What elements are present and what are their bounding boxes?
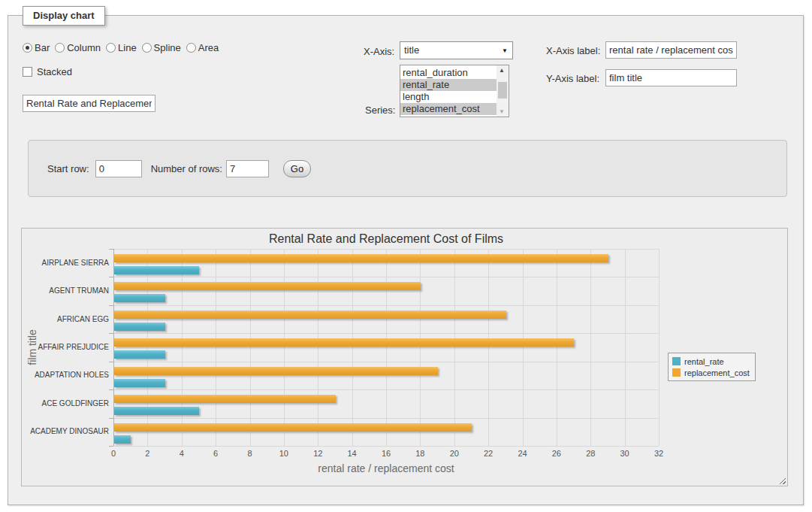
x-tick-label: 0 xyxy=(98,449,128,458)
bar-rental-rate xyxy=(114,266,199,274)
chart-title-input[interactable] xyxy=(23,95,155,112)
legend-item-rental_rate[interactable]: rental_rate xyxy=(672,356,750,367)
bar-replacement-cost xyxy=(114,423,472,432)
x-tick-label: 10 xyxy=(269,449,299,458)
series-label: Series: xyxy=(365,105,395,116)
category-label: ACE GOLDFINGER xyxy=(25,399,109,407)
row-range-bar: Start row: Number of rows: Go xyxy=(28,140,787,197)
start-row-input[interactable] xyxy=(95,160,142,177)
x-tick-label: 22 xyxy=(473,449,503,458)
chart-type-option-line[interactable]: Line xyxy=(106,42,137,53)
chart-container: Rental Rate and Replacement Cost of Film… xyxy=(21,228,788,486)
legend-item-replacement_cost[interactable]: replacement_cost xyxy=(672,367,750,378)
x-axis-select[interactable]: title ▼ xyxy=(400,41,513,59)
radio-area[interactable] xyxy=(186,43,196,53)
radio-column[interactable] xyxy=(55,43,65,53)
x-tick-label: 4 xyxy=(167,449,197,458)
radio-label: Bar xyxy=(35,42,50,53)
bar-replacement-cost xyxy=(114,367,438,375)
bar-rental-rate xyxy=(114,435,131,444)
legend-label: rental_rate xyxy=(684,357,724,366)
bar-replacement-cost xyxy=(114,338,574,347)
x-tick-label: 14 xyxy=(337,449,367,458)
chart-type-option-area[interactable]: Area xyxy=(186,42,219,53)
start-row-label: Start row: xyxy=(47,163,89,174)
stacked-label: Stacked xyxy=(37,66,72,77)
series-listbox[interactable]: rental_durationrental_ratelengthreplacem… xyxy=(400,65,509,117)
scrollbar[interactable]: ▲ ▼ xyxy=(497,65,509,117)
x-tick-label: 8 xyxy=(235,449,265,458)
bar-replacement-cost xyxy=(114,282,421,290)
chevron-down-icon: ▼ xyxy=(502,47,508,54)
bar-rental-rate xyxy=(114,323,165,331)
chart-type-option-column[interactable]: Column xyxy=(55,42,101,53)
x-tick-label: 20 xyxy=(439,449,469,458)
y-axis-label-caption: Y-Axis label: xyxy=(546,73,599,84)
radio-label: Line xyxy=(118,42,137,53)
series-options: rental_durationrental_ratelengthreplacem… xyxy=(400,65,497,117)
x-tick-label: 18 xyxy=(405,449,435,458)
radio-label: Area xyxy=(198,42,219,53)
x-axis-label-caption: X-Axis label: xyxy=(546,45,600,56)
stacked-checkbox-row[interactable]: Stacked xyxy=(23,66,72,77)
legend-swatch xyxy=(672,368,681,377)
stacked-checkbox[interactable] xyxy=(23,67,32,77)
y-axis-label-input[interactable] xyxy=(605,69,737,86)
x-tick-label: 6 xyxy=(201,449,231,458)
scroll-up-icon[interactable]: ▲ xyxy=(499,67,505,74)
x-axis-tick-labels: 02468101214161820222426283032 xyxy=(113,449,659,459)
series-option-replacement_cost[interactable]: replacement_cost xyxy=(400,103,497,115)
scroll-down-icon[interactable]: ▼ xyxy=(499,108,505,115)
x-tick-label: 24 xyxy=(508,449,538,458)
x-tick-label: 26 xyxy=(542,449,572,458)
plot-area xyxy=(113,249,659,446)
chart-type-option-bar[interactable]: Bar xyxy=(23,42,50,53)
category-label: AGENT TRUMAN xyxy=(25,286,109,295)
resize-handle-icon[interactable] xyxy=(777,476,786,484)
x-tick-label: 2 xyxy=(132,449,162,458)
x-tick-label: 16 xyxy=(371,449,401,458)
legend-swatch xyxy=(672,357,681,365)
radio-bar[interactable] xyxy=(23,43,32,53)
x-tick-label: 30 xyxy=(610,449,640,458)
x-axis-title: rental rate / replacement cost xyxy=(113,462,659,474)
num-rows-label: Number of rows: xyxy=(151,163,222,174)
bar-rental-rate xyxy=(114,294,165,302)
chart-title: Rental Rate and Replacement Cost of Film… xyxy=(113,232,659,246)
panel-title: Display chart xyxy=(23,6,105,26)
chart-type-option-spline[interactable]: Spline xyxy=(142,42,181,53)
series-option-rental_rate[interactable]: rental_rate xyxy=(400,79,497,91)
x-axis-label-input[interactable] xyxy=(605,41,737,59)
radio-line[interactable] xyxy=(106,43,116,53)
legend-label: replacement_cost xyxy=(684,368,750,377)
bar-replacement-cost xyxy=(114,254,608,262)
bar-replacement-cost xyxy=(114,395,336,403)
category-label: ACADEMY DINOSAUR xyxy=(25,427,109,435)
bar-rental-rate xyxy=(114,350,165,359)
chart-legend: rental_ratereplacement_cost xyxy=(668,353,756,381)
radio-spline[interactable] xyxy=(142,43,152,53)
x-tick-label: 32 xyxy=(644,449,674,458)
y-axis-title: film title xyxy=(26,295,38,400)
x-axis-select-label: X-Axis: xyxy=(364,46,394,57)
num-rows-input[interactable] xyxy=(226,160,269,177)
bar-rental-rate xyxy=(114,407,199,415)
series-option-length[interactable]: length xyxy=(400,91,497,103)
chart-type-radios: BarColumnLineSplineArea xyxy=(23,42,224,53)
radio-label: Spline xyxy=(154,42,181,53)
bar-rental-rate xyxy=(114,379,165,387)
series-option-rental_duration[interactable]: rental_duration xyxy=(400,67,497,79)
x-tick-label: 12 xyxy=(303,449,333,458)
go-button[interactable]: Go xyxy=(283,160,311,177)
scrollbar-thumb[interactable] xyxy=(498,82,507,98)
category-label: AIRPLANE SIERRA xyxy=(25,259,109,267)
x-axis-select-value: title xyxy=(404,44,419,56)
x-tick-label: 28 xyxy=(575,449,605,458)
bar-replacement-cost xyxy=(114,311,506,319)
radio-label: Column xyxy=(67,42,101,53)
